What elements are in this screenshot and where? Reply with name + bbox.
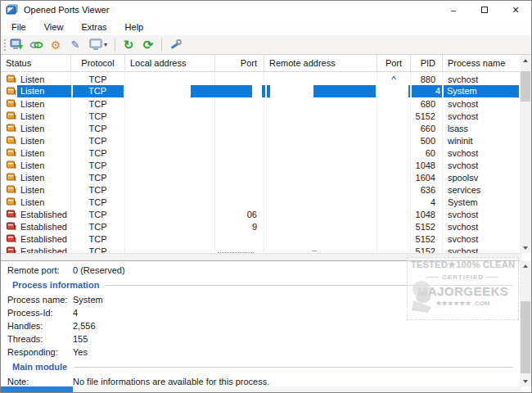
table-horizontal-scrollbar[interactable] [1, 253, 521, 260]
established-status-icon [7, 210, 16, 220]
column-header-local-address[interactable]: Local address [125, 55, 215, 71]
status-label: Listen [20, 160, 44, 170]
listen-status-icon [7, 173, 16, 183]
local-port-cell [215, 196, 264, 208]
refresh-icon[interactable]: ↻ [119, 37, 138, 53]
table-header: StatusProtocolLocal addressPortRemote ad… [1, 55, 521, 72]
scrollbar-thumb[interactable] [521, 301, 530, 373]
local-address-cell [125, 159, 215, 171]
remote-address-cell [264, 122, 377, 134]
table-row[interactable]: ListenTCP5152svchost [1, 110, 521, 122]
selection-highlight [408, 85, 410, 97]
section-rule [106, 285, 513, 286]
details-horizontal-scrollbar[interactable] [1, 386, 521, 393]
column-header-process-name[interactable]: Process name [443, 55, 521, 71]
pid-cell: 5152 [411, 110, 443, 122]
pid-cell: 5152 [411, 245, 443, 253]
field-label: Process-Id: [7, 308, 73, 318]
close-button[interactable]: ✕ [500, 1, 531, 19]
scroll-down-icon[interactable] [520, 242, 531, 253]
scrollbar-thumb[interactable] [1, 386, 73, 393]
table-row[interactable]: ListenTCP1604spoolsv [1, 171, 521, 183]
pid-cell: 4 [412, 85, 440, 97]
field-label: Process name: [7, 295, 73, 305]
section-rule [74, 367, 513, 368]
remote-address-cell [264, 159, 377, 171]
column-header-protocol[interactable]: Protocol [71, 55, 125, 71]
table-row[interactable]: ListenTCP1048svchost [1, 159, 521, 171]
export-monitor-icon[interactable]: ▾ [86, 37, 110, 53]
window-title: Opened Ports Viewer [24, 5, 109, 15]
status-label: Established [20, 246, 67, 254]
ports-table: ListenTCP^880svchostListenTCP4SystemList… [1, 73, 521, 253]
tools-wrench-icon[interactable] [166, 37, 184, 53]
selection-highlight [267, 85, 270, 97]
app-window: Opened Ports Viewer – ✕ FileViewExtrasHe… [0, 0, 532, 393]
menu-item-extras[interactable]: Extras [72, 20, 115, 34]
refresh-all-icon[interactable]: ⟳ [139, 37, 157, 53]
edit-pencil-icon[interactable]: ✎ [66, 37, 84, 53]
scrollbar-thumb[interactable] [521, 71, 530, 102]
minimize-button[interactable]: – [438, 1, 469, 19]
status-label: Listen [20, 148, 44, 158]
remote-address-cell [264, 208, 377, 220]
table-row[interactable]: ListenTCP4System [1, 196, 521, 208]
pid-cell: 1048 [411, 159, 443, 171]
status-cell: Established [1, 220, 71, 233]
pid-cell: 636 [411, 183, 443, 196]
table-vertical-scrollbar[interactable] [520, 55, 531, 253]
table-row[interactable]: ListenTCP^880svchost [1, 73, 521, 85]
field-value: 0 (Reserved) [73, 265, 125, 275]
status-label: Listen [20, 75, 44, 84]
status-cell: Listen [1, 73, 71, 85]
table-row[interactable]: EstablishedTCP95152svchost [1, 220, 521, 233]
remote-port-cell [377, 196, 411, 208]
settings-gear-icon[interactable]: ⚙ [47, 37, 65, 53]
remote-port-cell [377, 183, 411, 196]
scroll-up-icon[interactable] [520, 55, 531, 66]
local-address-cell [125, 245, 215, 253]
table-row[interactable]: EstablishedTCP061048svchost [1, 208, 521, 220]
table-row[interactable]: ListenTCP60svchost [1, 147, 521, 159]
status-label: Listen [20, 124, 44, 133]
table-row[interactable]: ListenTCP4System [1, 85, 521, 97]
table-row[interactable]: EstablishedTCP5152svchost [1, 233, 521, 245]
toolbar-grip[interactable] [2, 38, 7, 52]
column-header-port[interactable]: Port [377, 55, 411, 71]
scroll-down-icon[interactable] [520, 376, 531, 386]
listen-status-icon [7, 136, 16, 147]
remote-address-cell [264, 183, 377, 196]
table-row[interactable]: ListenTCP500wininit [1, 134, 521, 147]
remote-address-cell [264, 233, 377, 245]
table-row[interactable]: EstablishedTCP5152svchost-- [1, 245, 521, 253]
remote-port-cell [377, 208, 411, 220]
link-icon[interactable] [27, 37, 45, 53]
remote-port-cell [377, 233, 411, 245]
column-header-status[interactable]: Status [1, 55, 71, 71]
details-vertical-scrollbar[interactable] [520, 260, 531, 386]
status-cell: Listen [1, 196, 71, 208]
protocol-cell: TCP [71, 171, 125, 183]
column-header-remote-address[interactable]: Remote address [264, 55, 377, 71]
table-row[interactable]: ListenTCP680svchost [1, 97, 521, 110]
menu-item-file[interactable]: File [2, 20, 35, 34]
detail-field: Responding:Yes [7, 346, 521, 359]
status-label: Established [20, 234, 67, 244]
maximize-button[interactable] [469, 1, 500, 19]
menu-item-help[interactable]: Help [116, 20, 153, 34]
protocol-cell: TCP [71, 147, 125, 159]
protocol-cell: TCP [71, 208, 125, 220]
status-label: Listen [20, 111, 44, 121]
listen-status-icon [7, 124, 16, 134]
status-cell: Listen [1, 110, 71, 122]
table-row[interactable]: ListenTCP660lsass [1, 122, 521, 134]
local-address-cell [125, 97, 215, 110]
column-header-port[interactable]: Port [215, 55, 264, 71]
column-header-pid[interactable]: PID [411, 55, 443, 71]
menu-item-view[interactable]: View [35, 20, 73, 34]
scroll-up-icon[interactable] [520, 260, 531, 271]
table-row[interactable]: ListenTCP636services [1, 183, 521, 196]
field-value: 155 [73, 334, 88, 344]
connect-computer-icon[interactable] [7, 37, 25, 53]
detail-field: Remote port:0 (Reserved) [7, 264, 521, 277]
